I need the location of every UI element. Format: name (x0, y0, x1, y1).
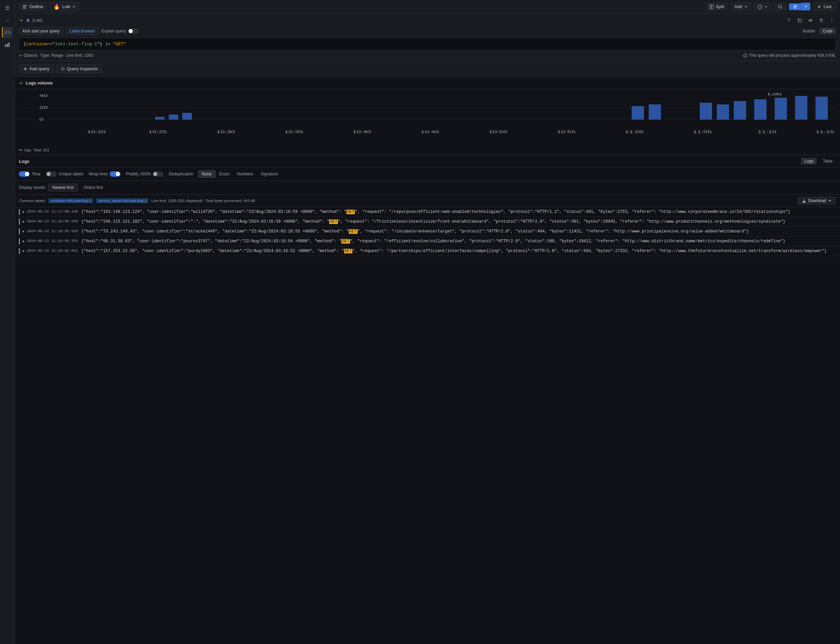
svg-rect-2 (8, 43, 10, 47)
outline-button[interactable]: Outline (19, 2, 47, 11)
live-button[interactable]: Live (813, 2, 836, 11)
logs-section: Logs Logs Table Time Unique labels (15, 155, 840, 256)
info-icon (743, 53, 747, 58)
label-tag-service: service_name=loki-test-flog-1 (96, 198, 149, 203)
add-button[interactable]: Add (730, 2, 751, 11)
explain-query-toggle: Explain query (102, 28, 139, 34)
svg-text:11:00: 11:00 (625, 130, 644, 134)
time-toggle[interactable] (19, 171, 30, 177)
log-row[interactable]: ▶ 2024-08-22 11:16:55.533 {"host":"73.24… (15, 227, 840, 237)
log-row[interactable]: ▶ 2024-08-22 11:17:00.136 {"host":"163.1… (15, 207, 840, 217)
display-results-label: Display results (19, 185, 45, 190)
prettify-json-toggle[interactable] (152, 171, 164, 177)
results-area: A (Loki) ? (15, 13, 840, 644)
left-sidebar: ☰ → (0, 0, 15, 644)
logs-volume-header[interactable]: Logs volume (15, 77, 840, 89)
add-chevron-icon (744, 5, 747, 8)
query-delete-button[interactable] (817, 16, 825, 24)
label-browser-button[interactable]: Label browser (66, 27, 98, 35)
code-icon[interactable] (2, 27, 13, 38)
query-inspector-button[interactable]: Query inspector (56, 64, 102, 73)
options-toggle[interactable]: Options (19, 53, 38, 58)
log-content: {"host":"246.115.121.182", "user-identif… (81, 219, 836, 225)
chart-icon[interactable] (2, 39, 13, 50)
svg-rect-22 (182, 113, 192, 120)
wrap-lines-label: Wrap lines (89, 172, 108, 176)
expand-arrow[interactable]: ▶ (23, 228, 25, 234)
logs-tab-button[interactable]: Logs (801, 158, 817, 164)
log-content: {"host":"157.253.22.58", "user-identifie… (81, 248, 836, 254)
logs-controls: Time Unique labels Wrap lines Prettify J… (15, 168, 840, 181)
add-query-button[interactable]: Add query (19, 64, 54, 73)
top-toolbar: Outline 🔥 Loki Split Add (15, 0, 840, 13)
expand-arrow[interactable]: ▶ (23, 238, 25, 244)
wrap-lines-toggle[interactable] (110, 171, 121, 177)
log-row[interactable]: ▶ 2024-08-22 11:16:55.333 {"host":"66.31… (15, 237, 840, 246)
run-query-button[interactable] (789, 3, 801, 10)
builder-tab[interactable]: Builder (799, 28, 819, 34)
wrap-lines-control: Wrap lines (89, 171, 121, 177)
unique-labels-toggle[interactable] (46, 171, 57, 177)
log-timestamp: 2024-08-22 11:16:52.931 (27, 248, 78, 254)
dedup-numbers-button[interactable]: Numbers (234, 171, 257, 177)
query-copy-button[interactable] (796, 16, 804, 24)
datasource-selector[interactable]: 🔥 Loki (50, 2, 79, 12)
expand-arrow[interactable]: ▶ (23, 219, 25, 224)
split-label: Split (716, 4, 724, 9)
oldest-first-button[interactable]: Oldest first (79, 184, 107, 192)
prettify-json-control: Prettify JSON (126, 171, 164, 177)
query-datasource: (Loki) (33, 18, 43, 23)
query-inspector-label: Query inspector (67, 66, 98, 71)
split-button[interactable]: Split (705, 2, 728, 11)
log-row[interactable]: ▶ 2024-08-22 11:16:52.931 {"host":"157.2… (15, 246, 840, 256)
query-input[interactable]: {container="loki-test-flog-1"} |= "GET" (19, 38, 836, 50)
log-timestamp: 2024-08-22 11:17:00.136 (27, 209, 78, 215)
chart-legend: logs Total: 261 (19, 148, 836, 152)
svg-rect-27 (734, 101, 746, 120)
eye-icon (808, 18, 813, 23)
query-help-button[interactable]: ? (784, 16, 793, 24)
time-picker[interactable] (754, 3, 771, 11)
dedup-none-button[interactable]: None (198, 170, 215, 178)
line-limit-info: Line limit: 1000 (261 displayed) (151, 199, 203, 203)
arrow-right-icon[interactable]: → (2, 15, 13, 26)
log-entries: ▶ 2024-08-22 11:17:00.136 {"host":"163.1… (15, 207, 840, 256)
run-button-group (789, 3, 810, 10)
query-equals: =" (50, 41, 55, 47)
options-chevron-icon (19, 54, 22, 57)
query-options: Options Type: Range Line limit: 1000 Thi… (19, 53, 836, 58)
expand-arrow[interactable]: ▶ (23, 248, 25, 254)
zoom-out-button[interactable] (774, 3, 786, 11)
dedup-signature-button[interactable]: Signature (257, 171, 281, 177)
expand-arrow[interactable]: ▶ (23, 209, 25, 215)
run-dropdown-button[interactable] (801, 3, 810, 10)
explain-toggle-switch[interactable] (128, 28, 139, 34)
log-content: {"host":"66.31.50.63", "user-identifier"… (81, 238, 836, 244)
chart-area: 40 20 0 (15, 89, 840, 155)
trash-icon (819, 18, 824, 23)
log-timestamp: 2024-08-22 11:16:55.333 (27, 238, 78, 244)
split-icon (709, 4, 714, 9)
type-label: Type: Range (40, 53, 63, 58)
code-tab[interactable]: Code (819, 28, 836, 34)
collapse-icon[interactable] (19, 18, 24, 23)
loki-icon: 🔥 (53, 3, 60, 10)
query-builder-tabs: Builder Code (799, 28, 836, 34)
kick-start-button[interactable]: Kick start your query (19, 27, 63, 35)
log-row[interactable]: ▶ 2024-08-22 11:16:58.535 {"host":"246.1… (15, 217, 840, 227)
svg-rect-25 (700, 103, 712, 120)
dedup-exact-button[interactable]: Exact (216, 171, 233, 177)
svg-text:20: 20 (39, 105, 48, 110)
svg-text:11:10: 11:10 (758, 130, 776, 134)
newest-first-button[interactable]: Newest first (48, 184, 78, 192)
query-more-button[interactable]: ⋮ (828, 16, 836, 24)
log-timestamp: 2024-08-22 11:16:55.533 (27, 228, 78, 234)
time-chevron-icon (765, 5, 768, 8)
query-header: A (Loki) ? (19, 16, 836, 24)
svg-rect-28 (754, 99, 766, 120)
menu-icon[interactable]: ☰ (2, 3, 13, 13)
download-button[interactable]: Download (797, 197, 836, 205)
query-eye-button[interactable] (806, 16, 814, 24)
table-tab-button[interactable]: Table (819, 158, 836, 164)
download-chevron-icon (828, 199, 832, 202)
